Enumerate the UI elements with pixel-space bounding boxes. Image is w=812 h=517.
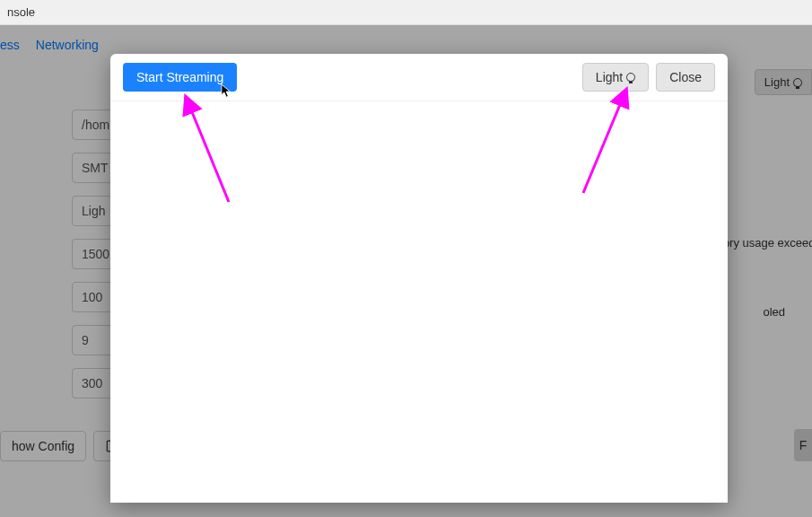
- modal-theme-button[interactable]: Light: [582, 63, 649, 92]
- window-titlebar: nsole: [0, 0, 812, 25]
- modal-body: [110, 101, 728, 503]
- modal-header: Start Streaming Light Close: [110, 54, 728, 101]
- streaming-modal: Start Streaming Light Close: [110, 54, 728, 503]
- window-title: nsole: [7, 5, 35, 19]
- lightbulb-icon: [626, 73, 635, 82]
- start-streaming-button[interactable]: Start Streaming: [123, 63, 237, 92]
- modal-header-right: Light Close: [582, 63, 715, 92]
- close-button[interactable]: Close: [656, 63, 715, 92]
